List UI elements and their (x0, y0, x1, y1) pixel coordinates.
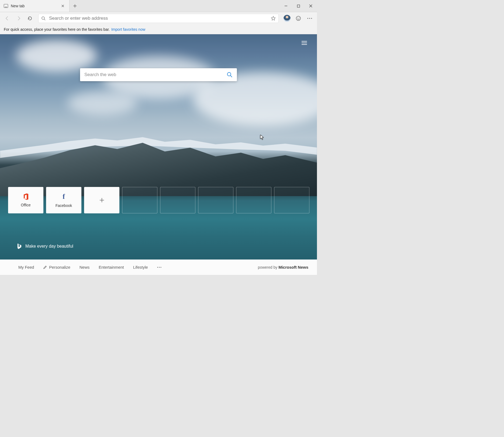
quick-link-facebook[interactable]: f Facebook (46, 187, 81, 213)
avatar (284, 15, 291, 22)
new-tab-page: Office f Facebook Make every day beautif… (0, 34, 317, 260)
bing-icon (17, 243, 22, 249)
svg-point-7 (311, 18, 312, 19)
facebook-icon: f (63, 193, 65, 201)
svg-point-10 (159, 267, 160, 268)
svg-point-5 (307, 18, 308, 19)
search-icon[interactable] (227, 72, 233, 78)
feed-tab-personalize[interactable]: Personalize (43, 265, 70, 269)
close-window-button[interactable] (305, 0, 317, 12)
more-icon (157, 267, 161, 268)
import-favorites-link[interactable]: Import favorites now (111, 27, 145, 32)
image-tagline[interactable]: Make every day beautiful (17, 243, 73, 249)
feed-tab-news[interactable]: News (80, 265, 90, 269)
back-button[interactable] (2, 13, 12, 23)
close-tab-icon[interactable] (60, 3, 65, 9)
quick-link-placeholder (122, 187, 157, 213)
favorites-bar-hint: For quick access, place your favorites h… (0, 25, 317, 34)
quick-links: Office f Facebook (8, 187, 309, 213)
plus-icon (99, 197, 105, 203)
favorite-star-icon[interactable] (271, 16, 276, 21)
quick-link-placeholder (236, 187, 271, 213)
feed-tab-entertainment[interactable]: Entertainment (99, 265, 124, 269)
tagline-text: Make every day beautiful (25, 244, 73, 249)
new-tab-button[interactable] (70, 0, 80, 12)
page-settings-button[interactable] (301, 41, 307, 45)
address-bar[interactable] (38, 14, 279, 23)
tab-title: New tab (11, 4, 57, 8)
background-decoration (67, 91, 137, 115)
quick-link-label: Office (21, 203, 30, 207)
feed-tab-lifestyle[interactable]: Lifestyle (133, 265, 148, 269)
add-quick-link-button[interactable] (84, 187, 119, 213)
quick-link-placeholder (160, 187, 195, 213)
quick-link-office[interactable]: Office (8, 187, 43, 213)
mouse-cursor-icon (260, 135, 264, 140)
refresh-button[interactable] (25, 13, 35, 23)
settings-menu-button[interactable] (305, 13, 315, 23)
forward-button[interactable] (13, 13, 24, 23)
browser-tab[interactable]: New tab (0, 0, 70, 12)
svg-point-8 (227, 73, 231, 76)
svg-point-2 (296, 16, 301, 21)
svg-point-9 (157, 267, 158, 268)
feed-tab-myfeed[interactable]: My Feed (18, 265, 34, 269)
feed-tab-more[interactable] (157, 267, 161, 268)
favorites-hint-text: For quick access, place your favorites h… (4, 27, 110, 32)
svg-point-3 (297, 18, 298, 18)
feed-tab-label: Personalize (49, 265, 70, 269)
office-icon (23, 193, 29, 200)
minimize-button[interactable] (280, 0, 292, 12)
svg-rect-0 (297, 5, 300, 7)
ntp-search-box[interactable] (80, 68, 237, 81)
search-icon (41, 16, 46, 21)
pencil-icon (43, 265, 47, 269)
svg-point-11 (160, 267, 161, 268)
address-input[interactable] (49, 16, 268, 21)
window-controls (280, 0, 317, 12)
svg-point-4 (299, 18, 299, 18)
ntp-search-input[interactable] (84, 72, 227, 77)
feedback-smiley-button[interactable] (293, 13, 303, 23)
powered-by: powered by Microsoft News (258, 265, 308, 269)
title-bar: New tab (0, 0, 317, 12)
quick-link-label: Facebook (56, 203, 72, 208)
maximize-button[interactable] (292, 0, 305, 12)
feed-bar: My Feed Personalize News Entertainment L… (0, 260, 317, 275)
quick-link-placeholder (274, 187, 309, 213)
svg-point-1 (42, 17, 44, 19)
svg-point-6 (309, 18, 310, 19)
toolbar (0, 12, 317, 25)
profile-button[interactable] (282, 13, 292, 23)
background-decoration (16, 40, 97, 72)
quick-link-placeholder (198, 187, 233, 213)
tab-favicon (4, 4, 8, 8)
